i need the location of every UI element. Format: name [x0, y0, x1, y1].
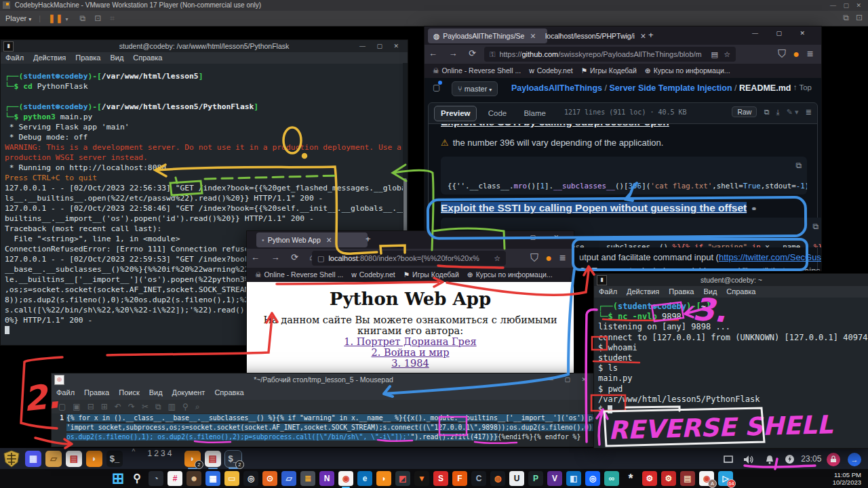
toolbar-icon[interactable]: ✂: [142, 402, 149, 411]
toolbar-icon[interactable]: ▢: [58, 402, 66, 411]
copy-icon[interactable]: ⧉: [764, 108, 770, 116]
close-tab-icon[interactable]: ✕: [326, 236, 332, 244]
menu-item[interactable]: Правка: [75, 54, 100, 62]
taskbar-app-icon[interactable]: ⊞: [111, 471, 125, 486]
taskbar-app-icon[interactable]: S: [433, 471, 448, 486]
account-icon[interactable]: ●: [793, 48, 800, 60]
taskbar-app-icon[interactable]: ◎: [243, 471, 258, 486]
shield-icon[interactable]: ⛉: [530, 252, 538, 264]
anchor-link-icon[interactable]: ⚭: [751, 205, 757, 214]
menu-item[interactable]: Справка: [133, 54, 162, 62]
toolbar-icon[interactable]: ↷: [128, 402, 135, 411]
book-link[interactable]: 3. 1984: [247, 358, 574, 369]
devices-icon[interactable]: ⌗: [110, 14, 115, 23]
bookmark-item[interactable]: ⚑Игры Кодебай: [403, 270, 459, 279]
taskbar-app-icon[interactable]: ◉A: [699, 471, 714, 486]
vm-app-icon[interactable]: ◗2: [184, 451, 201, 467]
taskbar-app-icon[interactable]: P: [528, 471, 543, 486]
new-tab-button[interactable]: +: [648, 30, 654, 40]
tab-localhost-phptwig[interactable]: localhost/lesson5/PHPTwig/i✕: [540, 28, 652, 43]
taskbar-app-icon[interactable]: *: [623, 471, 638, 486]
taskbar-app-icon[interactable]: ☻: [186, 471, 201, 486]
logout-icon[interactable]: →: [848, 453, 861, 466]
menu-item[interactable]: Справка: [214, 388, 243, 396]
vm-app-icon[interactable]: ▤: [205, 451, 221, 467]
workspace-switcher[interactable]: 1234: [148, 449, 174, 458]
taskbar-app-icon[interactable]: C: [471, 471, 486, 486]
taskbar-app-icon[interactable]: ⚙: [642, 471, 657, 486]
menu-item[interactable]: Справка: [726, 287, 755, 296]
toolbar-icon[interactable]: ⧉: [155, 402, 161, 411]
bookmark-star-icon[interactable]: ☆: [494, 251, 500, 266]
terminal1-titlebar[interactable]: ▮ student@codeby: /var/www/html/lesson5/…: [1, 40, 408, 52]
taskbar-app-icon[interactable]: F: [452, 471, 467, 486]
taskbar-app-icon[interactable]: ◧: [566, 471, 581, 486]
copy-code-icon[interactable]: ⧉: [795, 161, 802, 170]
vmware-window-controls[interactable]: — ▢ ✕: [830, 0, 864, 11]
taskbar-app-icon[interactable]: ◎: [585, 471, 600, 486]
forward-icon[interactable]: →: [271, 252, 279, 262]
taskbar-app-icon[interactable]: ▼: [414, 471, 429, 486]
vm-app-icon[interactable]: $_2: [225, 451, 241, 467]
notification-bell-icon[interactable]: [765, 455, 774, 464]
menu-item[interactable]: Файл: [5, 54, 24, 62]
hamburger-menu-icon[interactable]: ≡: [559, 252, 566, 264]
tab-blame[interactable]: Blame: [517, 106, 552, 121]
volume-icon[interactable]: [743, 455, 754, 464]
toolbar-icon[interactable]: ⌕: [195, 402, 200, 411]
taskbar-app-icon[interactable]: ⊙: [262, 471, 277, 486]
menu-item[interactable]: Вид: [703, 287, 717, 296]
new-tab-button[interactable]: +: [366, 234, 371, 244]
mousepad-window-controls[interactable]: — ▢ ✕: [547, 373, 591, 386]
menu-item[interactable]: Документ: [172, 388, 205, 396]
taskbar-app-icon[interactable]: ◔: [149, 471, 163, 486]
python-url-bar[interactable]: ▢localhost:8080/index?book={%%20for%20x%…: [312, 251, 506, 266]
vm-launcher-icon[interactable]: ▤: [66, 451, 82, 467]
taskbar-app-icon[interactable]: ≣: [300, 471, 315, 486]
taskbar-app-icon[interactable]: #: [167, 471, 182, 486]
taskbar-app-icon[interactable]: ⚙: [661, 471, 676, 486]
menu-item[interactable]: Действия: [627, 287, 659, 296]
bookmark-item[interactable]: ⊕Курсы по информаци...: [467, 270, 553, 279]
collapse-caret[interactable]: ^: [132, 448, 135, 455]
forward-icon[interactable]: →: [448, 48, 457, 58]
windows-clock[interactable]: 11:05 PM 10/2/2023: [833, 471, 861, 486]
taskbar-app-icon[interactable]: N: [319, 471, 334, 486]
bookmark-item[interactable]: ☠Online - Reverse Shell ...: [433, 66, 521, 75]
window-icon[interactable]: [724, 455, 733, 464]
close-tab-icon[interactable]: ✕: [640, 32, 646, 40]
copy-code-icon[interactable]: ⧉: [812, 222, 818, 231]
taskbar-app-icon[interactable]: ▱: [281, 471, 296, 486]
distro-logo-icon[interactable]: [3, 450, 20, 468]
vm-launcher-icon[interactable]: ▦: [25, 451, 41, 467]
menu-item[interactable]: Правка: [84, 388, 109, 396]
menu-item[interactable]: Поиск: [119, 388, 139, 396]
vm-launcher-icon[interactable]: ▱: [45, 451, 62, 467]
taskbar-app-icon[interactable]: U: [509, 471, 524, 486]
bookmark-item[interactable]: wCodeby.net: [351, 270, 395, 279]
shield-icon[interactable]: ⛉: [778, 48, 786, 60]
send-ctrl-alt-del-icon[interactable]: ⧉: [80, 14, 86, 23]
taskbar-app-icon[interactable]: ◩: [395, 471, 410, 486]
taskbar-app-icon[interactable]: ◗: [376, 471, 391, 486]
lock-screen-icon[interactable]: [827, 453, 840, 466]
taskbar-app-icon[interactable]: e: [357, 471, 372, 486]
toolbar-icon[interactable]: ↶: [115, 402, 121, 411]
bookmark-item[interactable]: wCodeby.net: [529, 66, 573, 75]
taskbar-app-icon[interactable]: ⚲: [130, 471, 144, 486]
raw-button[interactable]: Raw: [732, 106, 757, 117]
github-url-bar[interactable]: ⚿https://github.com/swisskyrepo/Payloads…: [484, 47, 736, 62]
player-menu-button[interactable]: Player ▾: [5, 14, 31, 22]
vm-clock[interactable]: 23:05: [801, 454, 821, 464]
reload-icon[interactable]: ⟳: [469, 48, 476, 58]
toolbar-icon[interactable]: ⚲: [182, 402, 189, 411]
taskbar-app-icon[interactable]: V: [547, 471, 562, 486]
toolbar-icon[interactable]: ▣: [73, 402, 80, 411]
tab-python-web-app[interactable]: •Python Web App✕: [256, 232, 368, 247]
menu-item[interactable]: Вид: [110, 54, 123, 62]
account-icon[interactable]: ●: [545, 252, 552, 264]
edit-icon[interactable]: ✎ ▾: [787, 108, 799, 116]
tab-payloadsallthethings[interactable]: ◍PayloadsAllTheThings/Se✕: [428, 28, 547, 43]
toolbar-icon[interactable]: ⊞: [101, 402, 108, 411]
menu-item[interactable]: Файл: [599, 287, 617, 296]
